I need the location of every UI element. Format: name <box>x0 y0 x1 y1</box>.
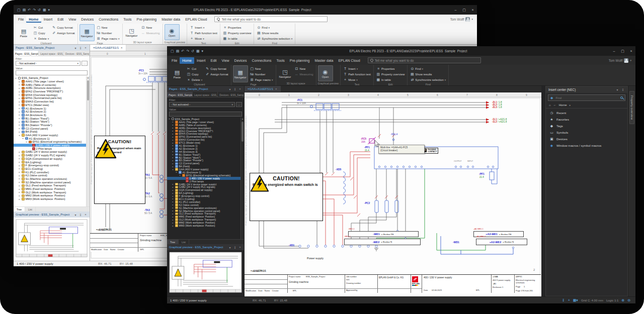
insert-item-recent[interactable]: ◷Recent <box>546 110 627 116</box>
panel-tab-1[interactable]: Layout space - ESS_Sa... <box>39 51 64 56</box>
measuring-button[interactable]: ↔Measuring <box>140 30 161 36</box>
graphical-preview[interactable] <box>167 250 244 296</box>
tree-item[interactable]: ▸EFA4 (Overview topology) <box>14 93 86 96</box>
find-button[interactable]: ⊙Find▾ <box>409 66 447 71</box>
delete-button[interactable]: ×Delete▾ <box>32 36 50 41</box>
redo-icon[interactable]: ↷ <box>33 8 36 12</box>
insert-button[interactable]: TInsert▾ <box>342 66 372 71</box>
insert-button[interactable]: TInsert▾ <box>189 25 218 30</box>
minimize-button[interactable]: – <box>610 46 618 56</box>
open-project-icon[interactable]: ▤ <box>176 49 180 53</box>
panel-tab-0[interactable]: Pages - ESS_Sample_P... <box>167 92 193 97</box>
open-project-icon[interactable]: ▤ <box>23 8 26 12</box>
show-results-button[interactable]: ▤Show results <box>409 71 447 77</box>
tree-item[interactable]: 1 400 / 230 V power supply <box>14 144 86 147</box>
chevron-down-icon[interactable]: ▾ <box>73 213 77 217</box>
properties-button[interactable]: ≡Properties <box>375 66 406 71</box>
find-input[interactable] <box>554 96 619 100</box>
path-function-text-button[interactable]: TPath function text <box>342 71 372 77</box>
tree-item[interactable]: ▸AAB1 (Table of contents) <box>14 83 86 86</box>
zoom-out-icon[interactable]: ⊖ <box>627 298 630 302</box>
chevron-down-icon[interactable]: ▾ <box>615 88 619 91</box>
menu-tab-home[interactable]: Home <box>26 16 41 23</box>
show-results-button[interactable]: ▤Show results <box>256 30 293 36</box>
close-icon[interactable]: × <box>238 87 242 90</box>
view-tab-list[interactable]: List <box>25 207 36 212</box>
panel-tab-1[interactable]: Layout space - ESS_Sa... <box>193 92 218 97</box>
open-button[interactable]: ◉Open <box>165 24 180 40</box>
tree-item[interactable]: ▸F (Emergency-stop control) <box>14 164 86 167</box>
tree-item[interactable]: ▸B3 (Station "Provide") <box>14 124 86 127</box>
value-input[interactable] <box>171 112 240 116</box>
tree-item[interactable]: ▾EFS1 (Electrical engineering schematic) <box>14 140 86 144</box>
filter-more-button[interactable]: … <box>82 61 88 66</box>
grid-setting[interactable]: Grid C: 4.00 mm <box>581 299 603 302</box>
menu-tab-view[interactable]: View <box>66 16 78 23</box>
property-overview-button[interactable]: ▥Property overview <box>375 71 406 77</box>
copy-button[interactable]: ◫Copy <box>186 71 203 77</box>
properties-button[interactable]: ≡Properties <box>222 25 252 30</box>
in-table-button[interactable]: ▦In table <box>375 77 406 82</box>
assign-format-button[interactable]: ✐Assign format <box>204 71 229 77</box>
copy-button[interactable]: ◫Copy <box>32 30 50 36</box>
tree-item[interactable]: ▸MM1 (Feed workpiece: Position) <box>14 187 86 191</box>
new-button[interactable]: ▢New <box>249 66 274 71</box>
paste-button[interactable]: ▤Paste <box>16 24 31 41</box>
back-icon[interactable]: ← <box>553 103 556 107</box>
pin-icon[interactable]: ↧ <box>562 298 565 302</box>
menu-tab-tools[interactable]: Tools <box>274 57 287 64</box>
tree-item[interactable]: ▸B2 (Station "Work") <box>14 120 86 124</box>
copy-format-button[interactable]: ✎Copy format <box>51 25 75 30</box>
qat-more-icon[interactable]: ▾ <box>48 8 50 12</box>
tree-item[interactable]: ▸GAB2 (24 V supply PLC signals) <box>14 154 86 157</box>
view-tab-list[interactable]: List <box>179 240 189 244</box>
menu-tab-edit[interactable]: Edit <box>55 16 66 23</box>
tree-item[interactable]: ▸C2 (Control panel) <box>14 127 86 130</box>
menu-tab-eplan-cloud[interactable]: EPLAN Cloud <box>336 57 362 64</box>
pin-icon[interactable]: ↧ <box>233 246 237 249</box>
tree-item[interactable]: ▸EA (Lighting) <box>14 160 86 164</box>
move-button[interactable]: +Move▾ <box>342 77 372 82</box>
tree-item[interactable]: ▸GL1 (Feed workpiece: Transport) <box>14 184 86 187</box>
value-input[interactable] <box>18 71 86 75</box>
tree-item[interactable]: ▸ADB1 (Structure description) <box>14 86 86 90</box>
refresh-icon[interactable]: ↺ <box>38 8 41 12</box>
property-overview-button[interactable]: ▥Property overview <box>222 30 252 36</box>
filter-more-button[interactable]: … <box>236 102 242 107</box>
tree-item[interactable]: ▸K2 (Valve control) <box>14 174 86 177</box>
menu-tab-insert[interactable]: Insert <box>41 16 55 23</box>
tree-item[interactable]: ▸ETC1 (Model view) <box>14 103 86 107</box>
menu-tab-master-data[interactable]: Master data <box>159 16 183 23</box>
tree-item[interactable]: ▸AAA1 (Title page / cover sheet) <box>14 80 86 83</box>
user-account[interactable]: Tom Wolff ▾ <box>609 58 635 63</box>
editor-tab[interactable]: =GAA+A1&EFS1/1× <box>90 45 126 51</box>
add-icon[interactable]: + <box>568 298 570 302</box>
chevron-down-icon[interactable]: ▾ <box>228 246 232 249</box>
tell-me-search[interactable]: Tell me what you want to do <box>368 57 481 63</box>
menu-tab-insert[interactable]: Insert <box>194 57 208 64</box>
measuring-button[interactable]: ↔Measuring <box>294 71 314 77</box>
menu-tab-tools[interactable]: Tools <box>121 16 134 23</box>
number-button[interactable]: №Number <box>96 30 121 36</box>
pin-icon[interactable]: ↧ <box>621 88 625 91</box>
maximize-button[interactable]: ▢ <box>618 46 627 56</box>
navigator-button[interactable]: ▦Navigator <box>79 24 95 41</box>
menu-tab-connections[interactable]: Connections <box>250 57 274 64</box>
navigator-button[interactable]: ▦Navigator <box>233 65 248 82</box>
in-table-button[interactable]: ▦In table <box>222 36 252 41</box>
close-icon[interactable]: × <box>84 213 88 216</box>
tree-item[interactable]: ▸B1 (Station "Feed") <box>14 117 86 120</box>
close-icon[interactable]: × <box>121 46 123 49</box>
tree-item[interactable]: ▸A1 (Enclosure 1) <box>14 107 86 110</box>
new-page-icon[interactable]: ▢ <box>17 8 21 12</box>
redo-icon[interactable]: ↷ <box>186 49 189 53</box>
tree-item[interactable]: ▾A1 (Enclosure 1) <box>14 137 86 140</box>
chevron-down-icon[interactable]: ▾ <box>228 87 232 91</box>
minimize-button[interactable]: – <box>451 5 460 15</box>
paste-button[interactable]: ▤Paste <box>170 65 185 82</box>
insert-center-search[interactable]: ◈ <box>548 94 625 101</box>
copy-format-button[interactable]: ✎Copy format <box>204 66 229 71</box>
tree-scrollbar[interactable]: ▲ <box>240 118 244 239</box>
tree-item[interactable]: ▸GQA (Compressed air supply) <box>14 157 86 161</box>
tree-item[interactable]: ▾GAA (400 V power supply) <box>14 134 86 137</box>
